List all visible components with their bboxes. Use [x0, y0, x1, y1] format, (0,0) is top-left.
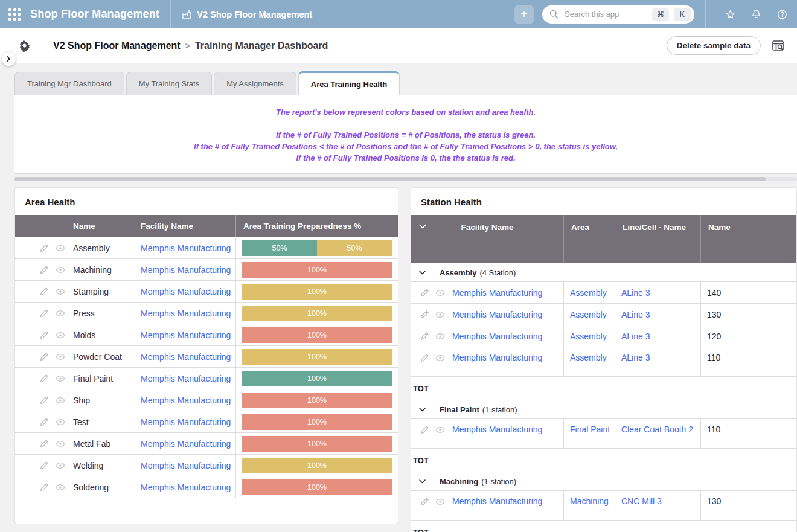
edit-pencil-icon[interactable]: [39, 438, 50, 449]
view-eye-icon[interactable]: [435, 309, 445, 319]
station-area-link[interactable]: Assembly: [570, 332, 607, 341]
search-input[interactable]: [563, 9, 647, 19]
help-icon[interactable]: [777, 9, 787, 19]
edit-pencil-icon[interactable]: [39, 308, 50, 318]
notifications-bell-icon[interactable]: [751, 9, 761, 19]
station-area-link[interactable]: Assembly: [570, 288, 607, 298]
station-line-link[interactable]: Clear Coat Booth 2: [621, 425, 693, 434]
station-group-row: Final Paint (1 station): [411, 400, 796, 419]
edit-pencil-icon[interactable]: [420, 353, 430, 363]
view-eye-icon[interactable]: [55, 373, 65, 383]
station-area-link[interactable]: Final Paint: [570, 425, 610, 434]
edit-pencil-icon[interactable]: [420, 425, 430, 435]
edit-pencil-icon[interactable]: [39, 330, 50, 340]
area-facility-link[interactable]: Memphis Manufacturing: [141, 439, 231, 449]
edit-pencil-icon[interactable]: [39, 482, 50, 492]
view-eye-icon[interactable]: [435, 353, 445, 363]
station-line-link[interactable]: CNC Mill 3: [621, 496, 662, 506]
edit-pencil-icon[interactable]: [39, 395, 50, 405]
col-line-cell-name: Line/Cell - Name: [615, 215, 700, 263]
station-facility-link[interactable]: Memphis Manufacturing: [452, 425, 542, 434]
area-facility-link[interactable]: Memphis Manufacturing: [141, 265, 231, 275]
breadcrumb-parent[interactable]: V2 Shop Floor Management: [53, 40, 181, 51]
station-health-panel: Station Health Facility Name Area Line/C…: [411, 187, 797, 532]
view-eye-icon[interactable]: [55, 330, 65, 340]
collapse-all-chevron-icon[interactable]: [419, 224, 426, 229]
station-facility-link[interactable]: Memphis Manufacturing: [452, 332, 542, 341]
area-facility-link[interactable]: Memphis Manufacturing: [141, 396, 231, 405]
area-facility-link[interactable]: Memphis Manufacturing: [141, 461, 231, 470]
edit-pencil-icon[interactable]: [39, 417, 50, 427]
breadcrumb-divider: [42, 36, 42, 56]
view-eye-icon[interactable]: [55, 243, 65, 253]
table-search-icon[interactable]: [770, 39, 785, 53]
preparedness-bar: 100%: [242, 349, 392, 365]
area-facility-link[interactable]: Memphis Manufacturing: [141, 352, 231, 362]
settings-gear-icon[interactable]: [18, 39, 31, 52]
edit-pencil-icon[interactable]: [39, 264, 50, 275]
view-eye-icon[interactable]: [55, 264, 65, 275]
tab-my-training-stats[interactable]: My Training Stats: [126, 72, 212, 95]
area-facility-link[interactable]: Memphis Manufacturing: [141, 417, 231, 427]
favorite-star-icon[interactable]: [725, 9, 735, 19]
edit-pencil-icon[interactable]: [39, 243, 50, 253]
station-facility-link[interactable]: Memphis Manufacturing: [452, 496, 542, 506]
app-search[interactable]: ⌘ K: [542, 5, 694, 24]
sidebar-expand-button[interactable]: [2, 52, 16, 66]
tab-area-training-health[interactable]: Area Training Health: [298, 71, 400, 95]
view-eye-icon[interactable]: [435, 287, 445, 298]
station-facility-link[interactable]: Memphis Manufacturing: [452, 310, 542, 319]
bar-segment-red: 100%: [242, 414, 392, 430]
horizontal-scrollbar[interactable]: [14, 177, 797, 181]
workspace-icon: [182, 9, 192, 19]
station-line-link[interactable]: ALine 3: [621, 353, 650, 362]
station-area-link[interactable]: Assembly: [570, 310, 607, 319]
edit-pencil-icon[interactable]: [420, 309, 430, 319]
station-facility-link[interactable]: Memphis Manufacturing: [452, 353, 542, 362]
edit-pencil-icon[interactable]: [420, 287, 430, 298]
page-root: Shop Floor Management V2 Shop Floor Mana…: [0, 0, 797, 532]
station-line-link[interactable]: ALine 3: [621, 332, 650, 341]
edit-pencil-icon[interactable]: [39, 460, 50, 470]
view-eye-icon[interactable]: [55, 417, 65, 427]
view-eye-icon[interactable]: [55, 460, 65, 470]
view-eye-icon[interactable]: [435, 496, 445, 507]
edit-pencil-icon[interactable]: [420, 496, 430, 507]
edit-pencil-icon[interactable]: [39, 373, 50, 383]
group-chevron-icon[interactable]: [419, 408, 426, 412]
app-launcher-icon[interactable]: [8, 8, 21, 21]
area-facility-link[interactable]: Memphis Manufacturing: [141, 309, 231, 318]
edit-pencil-icon[interactable]: [39, 286, 50, 296]
station-facility-link[interactable]: Memphis Manufacturing: [452, 288, 542, 298]
tab-training-mgr-dashboard[interactable]: Training Mgr Dashboard: [14, 72, 124, 95]
area-facility-link[interactable]: Memphis Manufacturing: [141, 287, 231, 296]
workspace-switcher[interactable]: V2 Shop Floor Management: [182, 9, 312, 19]
group-chevron-icon[interactable]: [419, 479, 426, 484]
station-line-link[interactable]: ALine 3: [621, 288, 650, 298]
area-facility-link[interactable]: Memphis Manufacturing: [141, 330, 231, 340]
view-eye-icon[interactable]: [55, 395, 65, 405]
group-chevron-icon[interactable]: [419, 271, 426, 275]
view-eye-icon[interactable]: [55, 308, 65, 318]
tab-my-assignments[interactable]: My Assignments: [214, 72, 296, 95]
view-eye-icon[interactable]: [55, 438, 65, 449]
scrollbar-thumb[interactable]: [14, 177, 766, 181]
station-area-link[interactable]: Assembly: [570, 353, 607, 362]
station-area-link[interactable]: Machining: [570, 496, 609, 506]
area-table-row: Soldering Memphis Manufacturing 100%: [15, 476, 398, 498]
edit-pencil-icon[interactable]: [39, 351, 50, 362]
area-facility-link[interactable]: Memphis Manufacturing: [141, 243, 231, 253]
bar-segment-red: 100%: [242, 436, 392, 452]
col-name: Name: [700, 215, 796, 263]
view-eye-icon[interactable]: [435, 331, 445, 341]
station-line-link[interactable]: ALine 3: [621, 310, 650, 319]
area-facility-link[interactable]: Memphis Manufacturing: [141, 374, 231, 383]
delete-sample-data-button[interactable]: Delete sample data: [667, 36, 761, 55]
area-facility-link[interactable]: Memphis Manufacturing: [141, 482, 231, 492]
view-eye-icon[interactable]: [55, 351, 65, 362]
view-eye-icon[interactable]: [55, 286, 65, 296]
add-button[interactable]: +: [514, 5, 534, 24]
edit-pencil-icon[interactable]: [420, 331, 430, 341]
view-eye-icon[interactable]: [435, 425, 445, 435]
view-eye-icon[interactable]: [55, 482, 65, 492]
